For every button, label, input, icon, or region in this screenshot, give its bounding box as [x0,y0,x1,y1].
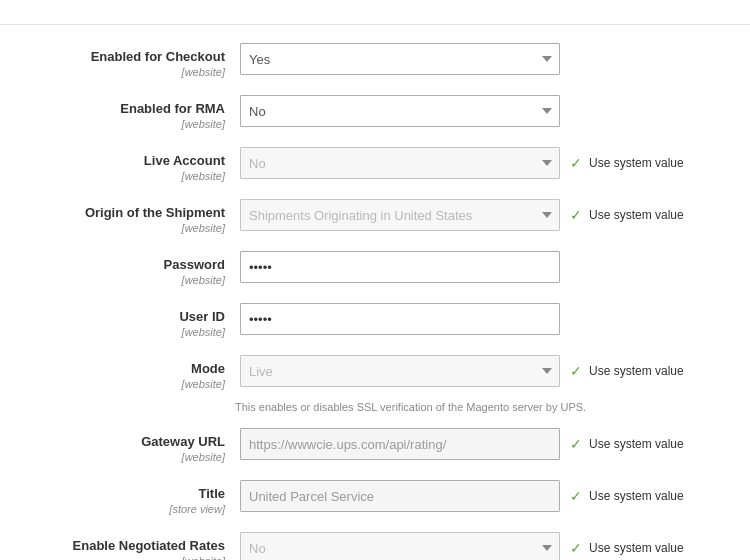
field-label-origin_shipment: Origin of the Shipment [20,205,225,220]
form-row-origin_shipment: Origin of the Shipment[website]Shipments… [0,191,750,243]
field-scope-mode: [website] [182,378,225,390]
input-col-live_account: YesNo✓Use system value [240,147,730,179]
field-scope-negotiated_rates: [website] [182,555,225,560]
field-scope-gateway_url: [website] [182,451,225,463]
select-wrapper-mode: LiveTest [240,355,560,387]
form-row-live_account: Live Account[website]YesNo✓Use system va… [0,139,750,191]
form-row-negotiated_rates: Enable Negotiated Rates[website]YesNo✓Us… [0,524,750,560]
form-row-user_id: User ID[website] [0,295,750,347]
form-container: Enabled for Checkout[website]YesNoEnable… [0,25,750,560]
input-password[interactable] [240,251,560,283]
input-col-enabled_checkout: YesNo [240,43,730,75]
select-mode: LiveTest [240,355,560,387]
use-system-value-title[interactable]: ✓Use system value [570,488,710,504]
input-col-enabled_rma: YesNo [240,95,730,127]
select-wrapper-origin_shipment: Shipments Originating in United States [240,199,560,231]
label-col-enabled_checkout: Enabled for Checkout[website] [20,43,240,79]
field-scope-origin_shipment: [website] [182,222,225,234]
input-title [240,480,560,512]
select-negotiated_rates: YesNo [240,532,560,560]
field-scope-enabled_checkout: [website] [182,66,225,78]
checkmark-negotiated_rates: ✓ [570,540,582,556]
hint-row-mode: This enables or disables SSL verificatio… [0,399,750,420]
input-col-gateway_url: ✓Use system value [240,428,730,460]
form-row-mode: Mode[website]LiveTest✓Use system value [0,347,750,399]
select-enabled_checkout[interactable]: YesNo [240,43,560,75]
use-system-value-mode[interactable]: ✓Use system value [570,363,710,379]
select-enabled_rma[interactable]: YesNo [240,95,560,127]
form-row-password: Password[website] [0,243,750,295]
input-col-negotiated_rates: YesNo✓Use system value [240,532,730,560]
checkmark-origin_shipment: ✓ [570,207,582,223]
select-wrapper-enabled_rma: YesNo [240,95,560,127]
select-wrapper-negotiated_rates: YesNo [240,532,560,560]
form-row-title: Title[store view]✓Use system value [0,472,750,524]
input-col-user_id [240,303,730,335]
use-system-value-gateway_url[interactable]: ✓Use system value [570,436,710,452]
field-label-gateway_url: Gateway URL [20,434,225,449]
use-system-value-origin_shipment[interactable]: ✓Use system value [570,207,710,223]
label-col-origin_shipment: Origin of the Shipment[website] [20,199,240,235]
field-scope-enabled_rma: [website] [182,118,225,130]
field-label-enabled_checkout: Enabled for Checkout [20,49,225,64]
input-col-origin_shipment: Shipments Originating in United States✓U… [240,199,730,231]
label-col-live_account: Live Account[website] [20,147,240,183]
field-label-title: Title [20,486,225,501]
field-label-password: Password [20,257,225,272]
label-col-mode: Mode[website] [20,355,240,391]
checkmark-gateway_url: ✓ [570,436,582,452]
label-col-enabled_rma: Enabled for RMA[website] [20,95,240,131]
select-wrapper-enabled_checkout: YesNo [240,43,560,75]
select-origin_shipment: Shipments Originating in United States [240,199,560,231]
label-col-title: Title[store view] [20,480,240,516]
hint-span-mode: This enables or disables SSL verificatio… [235,401,586,413]
use-system-label-gateway_url: Use system value [589,437,684,451]
checkmark-live_account: ✓ [570,155,582,171]
checkmark-title: ✓ [570,488,582,504]
field-label-mode: Mode [20,361,225,376]
use-system-label-live_account: Use system value [589,156,684,170]
form-row-enabled_checkout: Enabled for Checkout[website]YesNo [0,35,750,87]
input-user_id[interactable] [240,303,560,335]
hint-text-mode: This enables or disables SSL verificatio… [220,399,586,414]
form-row-gateway_url: Gateway URL[website]✓Use system value [0,420,750,472]
input-gateway_url [240,428,560,460]
checkmark-mode: ✓ [570,363,582,379]
use-system-label-negotiated_rates: Use system value [589,541,684,555]
label-col-password: Password[website] [20,251,240,287]
field-scope-user_id: [website] [182,326,225,338]
select-live_account: YesNo [240,147,560,179]
label-col-gateway_url: Gateway URL[website] [20,428,240,464]
field-scope-title: [store view] [169,503,225,515]
use-system-label-title: Use system value [589,489,684,503]
field-label-negotiated_rates: Enable Negotiated Rates [20,538,225,553]
field-label-live_account: Live Account [20,153,225,168]
input-col-password [240,251,730,283]
use-system-value-negotiated_rates[interactable]: ✓Use system value [570,540,710,556]
use-system-value-live_account[interactable]: ✓Use system value [570,155,710,171]
select-wrapper-live_account: YesNo [240,147,560,179]
input-col-mode: LiveTest✓Use system value [240,355,730,387]
input-col-title: ✓Use system value [240,480,730,512]
page-header [0,0,750,25]
label-col-negotiated_rates: Enable Negotiated Rates[website] [20,532,240,560]
use-system-label-mode: Use system value [589,364,684,378]
field-scope-password: [website] [182,274,225,286]
field-label-user_id: User ID [20,309,225,324]
use-system-label-origin_shipment: Use system value [589,208,684,222]
form-row-enabled_rma: Enabled for RMA[website]YesNo [0,87,750,139]
field-label-enabled_rma: Enabled for RMA [20,101,225,116]
label-col-user_id: User ID[website] [20,303,240,339]
field-scope-live_account: [website] [182,170,225,182]
